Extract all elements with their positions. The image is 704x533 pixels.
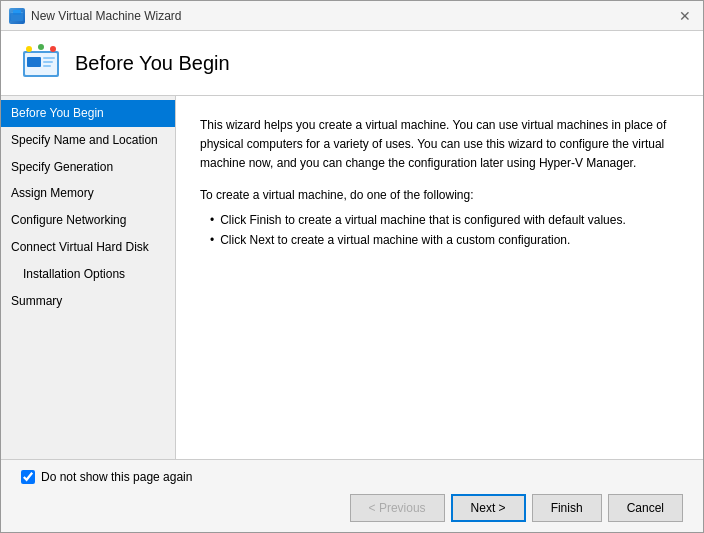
page-title: Before You Begin [75,52,230,75]
main-panel: This wizard helps you create a virtual m… [176,96,703,459]
svg-rect-8 [43,65,51,67]
sidebar-item[interactable]: Configure Networking [1,207,175,234]
bullet-list: Click Finish to create a virtual machine… [210,210,679,251]
wizard-window: New Virtual Machine Wizard ✕ Before You … [0,0,704,533]
checkbox-row: Do not show this page again [21,470,683,484]
previous-button[interactable]: < Previous [350,494,445,522]
sidebar-item[interactable]: Assign Memory [1,180,175,207]
svg-rect-2 [10,13,24,21]
content-area: Before You BeginSpecify Name and Locatio… [1,96,703,459]
svg-rect-6 [43,57,55,59]
do-not-show-checkbox[interactable] [21,470,35,484]
bullet-item: Click Next to create a virtual machine w… [210,230,679,250]
titlebar-title: New Virtual Machine Wizard [31,9,675,23]
sidebar-item[interactable]: Specify Generation [1,154,175,181]
sidebar-item[interactable]: Summary [1,288,175,315]
titlebar: New Virtual Machine Wizard ✕ [1,1,703,31]
cancel-button[interactable]: Cancel [608,494,683,522]
wizard-header-icon [21,43,61,83]
close-icon[interactable]: ✕ [675,6,695,26]
titlebar-icon [9,8,25,24]
do-not-show-label[interactable]: Do not show this page again [41,470,192,484]
bullet-item: Click Finish to create a virtual machine… [210,210,679,230]
finish-button[interactable]: Finish [532,494,602,522]
sidebar-item[interactable]: Installation Options [1,261,175,288]
sidebar-item[interactable]: Before You Begin [1,100,175,127]
button-row: < Previous Next > Finish Cancel [21,494,683,522]
svg-point-10 [38,44,44,50]
do-one-label: To create a virtual machine, do one of t… [200,188,679,202]
header-area: Before You Begin [1,31,703,96]
svg-rect-7 [43,61,53,63]
svg-point-11 [50,46,56,52]
sidebar: Before You BeginSpecify Name and Locatio… [1,96,176,459]
intro-text: This wizard helps you create a virtual m… [200,116,679,174]
sidebar-item[interactable]: Connect Virtual Hard Disk [1,234,175,261]
svg-point-9 [26,46,32,52]
sidebar-item[interactable]: Specify Name and Location [1,127,175,154]
next-button[interactable]: Next > [451,494,526,522]
footer-area: Do not show this page again < Previous N… [1,459,703,532]
svg-rect-5 [27,57,41,67]
